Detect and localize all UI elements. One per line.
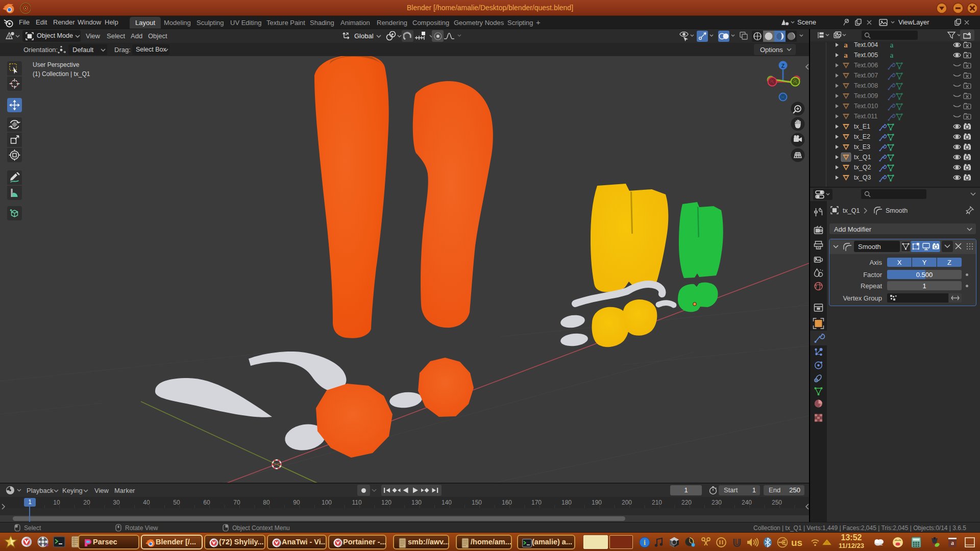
svg-text:Text.006: Text.006 [854, 62, 878, 69]
svg-text:Text.009: Text.009 [854, 92, 878, 99]
svg-text:a: a [890, 41, 894, 49]
svg-text:a: a [844, 41, 848, 49]
svg-text:Smooth: Smooth [886, 207, 908, 214]
svg-text:a: a [951, 539, 954, 546]
svg-text:tx_Q1: tx_Q1 [843, 207, 860, 214]
svg-text:tx_E2: tx_E2 [854, 133, 870, 140]
svg-text:tx_Q2: tx_Q2 [854, 164, 871, 171]
svg-text:Text.011: Text.011 [854, 113, 877, 120]
svg-text:i: i [644, 539, 646, 546]
svg-text:Text.008: Text.008 [854, 82, 878, 89]
svg-text:Z: Z [781, 63, 785, 69]
svg-text:tx_Q3: tx_Q3 [854, 174, 871, 181]
svg-text:a: a [890, 51, 894, 59]
svg-text:Text.004: Text.004 [854, 41, 878, 48]
svg-text:Text.005: Text.005 [854, 52, 878, 59]
svg-text:tx_E3: tx_E3 [854, 143, 870, 151]
svg-text:Text.010: Text.010 [854, 103, 878, 110]
svg-text:Text.007: Text.007 [854, 72, 878, 79]
svg-text:tx_E1: tx_E1 [854, 123, 870, 130]
svg-text:tx_Q1: tx_Q1 [854, 154, 871, 161]
svg-text:a: a [844, 51, 848, 59]
